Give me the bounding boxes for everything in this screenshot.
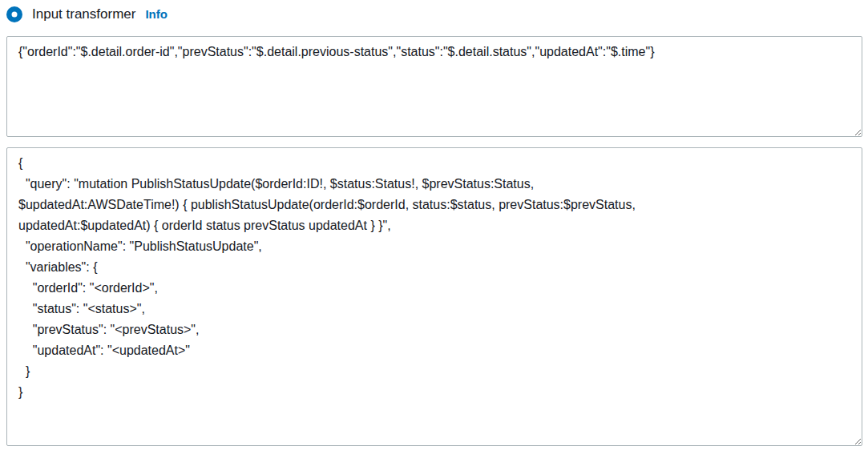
info-link[interactable]: Info	[145, 6, 168, 22]
input-transformer-radio[interactable]	[6, 6, 22, 22]
input-transformer-label[interactable]: Input transformer	[32, 6, 135, 22]
input-template-textarea[interactable]: { "query": "mutation PublishStatusUpdate…	[6, 147, 862, 446]
input-transformer-radio-row: Input transformer Info	[6, 6, 862, 22]
input-transformer-section: Input transformer Info {"orderId":"$.det…	[0, 0, 868, 446]
input-path-textarea[interactable]: {"orderId":"$.detail.order-id","prevStat…	[6, 36, 862, 137]
radio-selected-dot-icon	[12, 12, 18, 18]
